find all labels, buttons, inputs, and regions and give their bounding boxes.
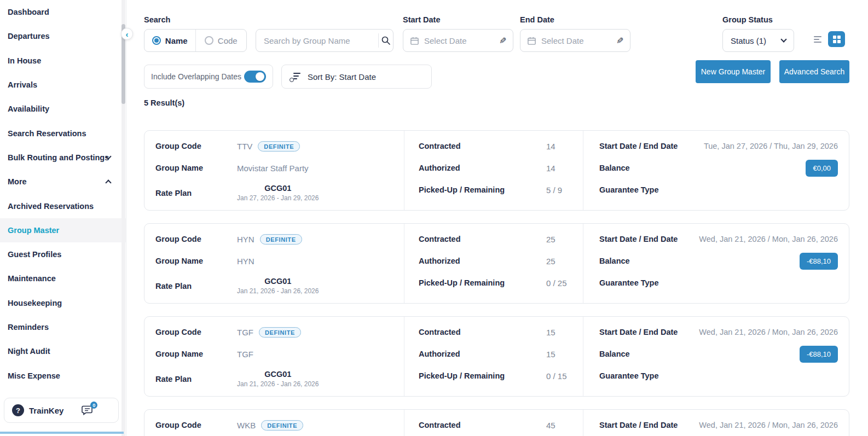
calendar-icon xyxy=(527,36,536,45)
radio-name-icon[interactable] xyxy=(152,36,161,45)
new-group-master-button[interactable]: New Group Master xyxy=(696,60,771,83)
balance-badge[interactable]: -€88,10 xyxy=(800,253,838,270)
sidebar-item-label: Housekeeping xyxy=(8,299,62,307)
trainkey-widget[interactable]: ? TrainKey 0 xyxy=(4,398,119,423)
card-dates-column: Start Date / End Date Wed, Jan 21, 2026 … xyxy=(583,224,849,303)
start-end-date-label: Start Date / End Date xyxy=(599,421,699,429)
grid-view-icon xyxy=(833,36,841,43)
sidebar-item-label: Guest Profiles xyxy=(8,250,61,259)
contracted-value: 14 xyxy=(546,142,555,151)
start-date-placeholder: Select Date xyxy=(424,36,494,45)
group-master-card[interactable]: Group Code WKB DEFINITE Group Name Rate … xyxy=(144,409,849,436)
advanced-search-button[interactable]: Advanced Search xyxy=(779,60,849,83)
status-badge: DEFINITE xyxy=(258,141,300,152)
sidebar-item-label: Misc Expense xyxy=(8,371,60,380)
sort-button[interactable]: Sort By: Start Date xyxy=(281,65,432,89)
collapse-sidebar-button[interactable]: ‹ xyxy=(121,28,133,40)
start-date-group: Start Date Select Date ✎ xyxy=(403,15,513,52)
sidebar-item-dashboard[interactable]: Dashboard xyxy=(0,0,126,24)
sidebar-item-archived-reservations[interactable]: Archived Reservations xyxy=(0,194,126,218)
group-status-select[interactable]: Status (1) xyxy=(722,29,794,52)
sidebar-item-housekeeping[interactable]: Housekeeping xyxy=(0,291,126,315)
overlap-toggle[interactable] xyxy=(244,71,266,83)
sidebar-item-departures[interactable]: Departures xyxy=(0,24,126,48)
sidebar-item-maintenance[interactable]: Maintenance xyxy=(0,266,126,290)
group-master-card[interactable]: Group Code HYN DEFINITE Group Name HYN R… xyxy=(144,223,849,304)
status-badge-text: DEFINITE xyxy=(265,329,295,336)
list-view-button[interactable] xyxy=(809,31,826,47)
card-counts-column: Contracted 45 Authorized Picked-Up / Rem… xyxy=(404,410,583,436)
sidebar-item-more[interactable]: More xyxy=(0,170,126,194)
sidebar-item-in-house[interactable]: In House xyxy=(0,49,126,73)
authorized-label: Authorized xyxy=(419,257,546,265)
group-name-value: TGF xyxy=(237,350,253,359)
balance-label: Balance xyxy=(599,164,806,172)
radio-code-icon[interactable] xyxy=(205,36,213,45)
group-code-label: Group Code xyxy=(155,142,237,150)
group-master-card[interactable]: Group Code TGF DEFINITE Group Name TGF R… xyxy=(144,316,849,397)
group-code-label: Group Code xyxy=(155,421,237,429)
help-icon[interactable]: ? xyxy=(12,404,24,416)
balance-label: Balance xyxy=(599,257,800,265)
status-badge: DEFINITE xyxy=(259,327,301,338)
sidebar-item-label: Bulk Routing and Postings xyxy=(8,153,109,162)
chat-icon[interactable]: 0 xyxy=(82,405,94,415)
contracted-value: 25 xyxy=(546,235,555,244)
contracted-label: Contracted xyxy=(419,142,546,150)
start-date-input[interactable]: Select Date ✎ xyxy=(403,29,513,52)
chevron-up-icon xyxy=(105,180,111,186)
sidebar-item-guest-profiles[interactable]: Guest Profiles xyxy=(0,242,126,266)
sidebar-bottom-accent xyxy=(0,432,124,434)
sidebar-item-arrivals[interactable]: Arrivals xyxy=(0,73,126,97)
sidebar-item-availability[interactable]: Availability xyxy=(0,97,126,121)
sidebar-item-label: Dashboard xyxy=(8,8,49,16)
group-code-value: HYN xyxy=(237,235,254,244)
chevron-left-icon: ‹ xyxy=(126,30,129,38)
start-end-date-value: Wed, Jan 21, 2026 / Mon, Jan 26, 2026 xyxy=(699,328,838,336)
radio-code[interactable]: Code xyxy=(195,30,247,51)
status-badge-text: DEFINITE xyxy=(264,143,294,150)
rate-plan-label: Rate Plan xyxy=(155,282,237,290)
sidebar-item-reminders[interactable]: Reminders xyxy=(0,315,126,339)
card-info-column: Group Code TGF DEFINITE Group Name TGF R… xyxy=(144,317,404,396)
overlap-filter: Include Overlapping Dates xyxy=(144,65,273,89)
balance-badge[interactable]: -€88,10 xyxy=(800,346,838,363)
sidebar-item-bulk-routing-and-postings[interactable]: Bulk Routing and Postings xyxy=(0,146,126,170)
contracted-value: 45 xyxy=(546,421,555,430)
end-date-input[interactable]: Select Date ✎ xyxy=(520,29,630,52)
app-window: Dashboard Departures In House Arrivals A… xyxy=(0,0,868,436)
rate-plan-code: GCG01 xyxy=(264,277,291,286)
sort-icon xyxy=(291,72,301,81)
authorized-label: Authorized xyxy=(419,164,546,172)
edit-icon[interactable]: ✎ xyxy=(616,36,623,46)
rate-plan-value: GCG01 Jan 21, 2026 - Jan 26, 2026 xyxy=(237,277,319,295)
rate-plan-dates: Jan 27, 2026 - Jan 29, 2026 xyxy=(237,194,319,202)
rate-plan-label: Rate Plan xyxy=(155,375,237,383)
radio-name[interactable]: Name xyxy=(144,30,195,51)
contracted-label: Contracted xyxy=(419,328,546,336)
group-master-card[interactable]: Group Code TTV DEFINITE Group Name Movis… xyxy=(144,130,849,211)
sidebar-item-group-master[interactable]: Group Master xyxy=(0,218,126,242)
sidebar-item-label: Arrivals xyxy=(8,80,37,89)
sidebar-item-search-reservations[interactable]: Search Reservations xyxy=(0,121,126,145)
edit-icon[interactable]: ✎ xyxy=(499,36,506,46)
sidebar-item-label: Search Reservations xyxy=(8,129,86,138)
group-name-label: Group Name xyxy=(155,350,237,358)
group-status-label: Group Status xyxy=(722,15,794,24)
results-count: 5 Result(s) xyxy=(144,98,184,107)
card-counts-column: Contracted 25 Authorized 25 Picked-Up / … xyxy=(404,224,583,303)
group-name-value: Movistar Staff Party xyxy=(237,164,309,173)
card-dates-column: Start Date / End Date Wed, Jan 21, 2026 … xyxy=(583,410,849,436)
sidebar-item-night-audit[interactable]: Night Audit xyxy=(0,339,126,363)
sidebar-item-label: Departures xyxy=(8,32,50,40)
sidebar-item-misc-expense[interactable]: Misc Expense xyxy=(0,363,126,387)
picked-up-remaining-value: 0 / 25 xyxy=(546,278,567,288)
search-input[interactable] xyxy=(256,36,378,45)
sidebar-item-label: Archived Reservations xyxy=(8,202,94,211)
rate-plan-dates: Jan 21, 2026 - Jan 26, 2026 xyxy=(237,380,319,388)
grid-view-button[interactable] xyxy=(828,31,845,47)
group-code-value: TGF xyxy=(237,328,253,337)
balance-badge[interactable]: €0,00 xyxy=(806,160,838,177)
search-icon[interactable] xyxy=(378,33,393,48)
picked-up-remaining-label: Picked-Up / Remaining xyxy=(419,185,546,194)
